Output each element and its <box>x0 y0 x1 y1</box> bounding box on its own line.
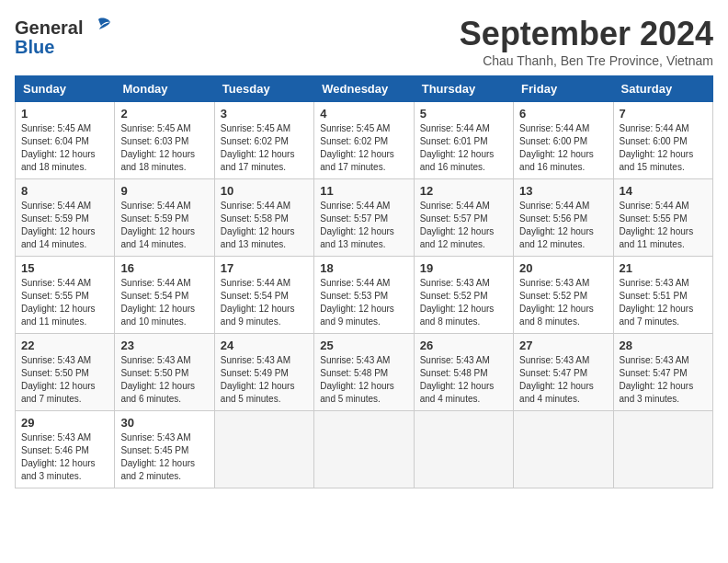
calendar-cell: 27Sunrise: 5:43 AM Sunset: 5:47 PM Dayli… <box>514 334 613 411</box>
day-number: 1 <box>21 107 108 121</box>
day-info: Sunrise: 5:43 AM Sunset: 5:52 PM Dayligh… <box>420 277 507 328</box>
day-number: 26 <box>420 339 507 352</box>
calendar-cell: 29Sunrise: 5:43 AM Sunset: 5:46 PM Dayli… <box>16 411 115 488</box>
calendar-cell <box>314 411 414 488</box>
day-info: Sunrise: 5:44 AM Sunset: 5:53 PM Dayligh… <box>320 277 407 328</box>
day-info: Sunrise: 5:45 AM Sunset: 6:02 PM Dayligh… <box>221 122 308 174</box>
day-info: Sunrise: 5:43 AM Sunset: 5:46 PM Dayligh… <box>21 431 108 483</box>
logo: General Blue <box>15 15 112 58</box>
day-info: Sunrise: 5:44 AM Sunset: 5:55 PM Dayligh… <box>620 200 707 251</box>
day-number: 28 <box>620 339 707 352</box>
day-number: 11 <box>320 184 407 198</box>
calendar-cell: 12Sunrise: 5:44 AM Sunset: 5:57 PM Dayli… <box>414 179 513 257</box>
day-info: Sunrise: 5:43 AM Sunset: 5:48 PM Dayligh… <box>320 354 407 406</box>
day-number: 3 <box>221 107 308 121</box>
calendar-cell: 19Sunrise: 5:43 AM Sunset: 5:52 PM Dayli… <box>414 257 513 334</box>
calendar-cell: 7Sunrise: 5:44 AM Sunset: 6:00 PM Daylig… <box>613 102 712 179</box>
calendar-cell: 13Sunrise: 5:44 AM Sunset: 5:56 PM Dayli… <box>514 179 613 257</box>
day-number: 12 <box>420 184 507 198</box>
page-header: General Blue September 2024 Chau Thanh, … <box>15 15 713 68</box>
day-info: Sunrise: 5:44 AM Sunset: 5:55 PM Dayligh… <box>21 277 108 328</box>
day-number: 27 <box>519 339 607 352</box>
day-number: 24 <box>221 339 308 352</box>
day-number: 6 <box>519 107 607 121</box>
day-info: Sunrise: 5:45 AM Sunset: 6:04 PM Dayligh… <box>21 122 108 174</box>
calendar-cell: 17Sunrise: 5:44 AM Sunset: 5:54 PM Dayli… <box>214 257 313 334</box>
calendar-cell: 3Sunrise: 5:45 AM Sunset: 6:02 PM Daylig… <box>214 102 313 179</box>
calendar-cell: 16Sunrise: 5:44 AM Sunset: 5:54 PM Dayli… <box>115 257 214 334</box>
calendar-cell: 14Sunrise: 5:44 AM Sunset: 5:55 PM Dayli… <box>613 179 712 257</box>
calendar-cell: 23Sunrise: 5:43 AM Sunset: 5:50 PM Dayli… <box>115 334 214 411</box>
calendar-cell <box>414 411 513 488</box>
day-info: Sunrise: 5:43 AM Sunset: 5:45 PM Dayligh… <box>120 431 208 483</box>
day-info: Sunrise: 5:44 AM Sunset: 6:00 PM Dayligh… <box>519 122 607 174</box>
calendar-cell <box>613 411 712 488</box>
day-info: Sunrise: 5:45 AM Sunset: 6:03 PM Dayligh… <box>120 122 208 174</box>
day-info: Sunrise: 5:43 AM Sunset: 5:51 PM Dayligh… <box>620 277 707 328</box>
col-header-tuesday: Tuesday <box>214 76 313 102</box>
calendar-cell: 26Sunrise: 5:43 AM Sunset: 5:48 PM Dayli… <box>414 334 513 411</box>
calendar-week-2: 8Sunrise: 5:44 AM Sunset: 5:59 PM Daylig… <box>16 179 713 257</box>
day-number: 19 <box>420 261 507 275</box>
calendar-table: SundayMondayTuesdayWednesdayThursdayFrid… <box>15 75 713 488</box>
day-number: 7 <box>620 107 707 121</box>
month-title: September 2024 <box>460 15 713 53</box>
day-info: Sunrise: 5:44 AM Sunset: 5:58 PM Dayligh… <box>221 200 308 251</box>
day-number: 18 <box>320 261 407 275</box>
day-number: 13 <box>519 184 607 198</box>
calendar-cell: 28Sunrise: 5:43 AM Sunset: 5:47 PM Dayli… <box>613 334 712 411</box>
calendar-cell: 24Sunrise: 5:43 AM Sunset: 5:49 PM Dayli… <box>214 334 313 411</box>
calendar-cell: 2Sunrise: 5:45 AM Sunset: 6:03 PM Daylig… <box>115 102 214 179</box>
day-number: 9 <box>120 184 208 198</box>
logo-general: General <box>15 17 83 39</box>
calendar-week-5: 29Sunrise: 5:43 AM Sunset: 5:46 PM Dayli… <box>16 411 713 488</box>
day-info: Sunrise: 5:44 AM Sunset: 5:57 PM Dayligh… <box>420 200 507 251</box>
calendar-cell <box>214 411 313 488</box>
day-number: 5 <box>420 107 507 121</box>
calendar-cell: 10Sunrise: 5:44 AM Sunset: 5:58 PM Dayli… <box>214 179 313 257</box>
calendar-cell: 15Sunrise: 5:44 AM Sunset: 5:55 PM Dayli… <box>16 257 115 334</box>
day-number: 25 <box>320 339 407 352</box>
day-info: Sunrise: 5:44 AM Sunset: 5:59 PM Dayligh… <box>120 200 208 251</box>
day-number: 30 <box>120 416 208 430</box>
col-header-saturday: Saturday <box>613 76 712 102</box>
day-info: Sunrise: 5:44 AM Sunset: 5:59 PM Dayligh… <box>21 200 108 251</box>
calendar-cell: 21Sunrise: 5:43 AM Sunset: 5:51 PM Dayli… <box>613 257 712 334</box>
day-number: 10 <box>221 184 308 198</box>
logo-bird-icon <box>85 15 112 40</box>
day-info: Sunrise: 5:44 AM Sunset: 6:01 PM Dayligh… <box>420 122 507 174</box>
location: Chau Thanh, Ben Tre Province, Vietnam <box>460 53 713 68</box>
calendar-cell: 30Sunrise: 5:43 AM Sunset: 5:45 PM Dayli… <box>115 411 214 488</box>
day-number: 22 <box>21 339 108 352</box>
day-info: Sunrise: 5:44 AM Sunset: 5:54 PM Dayligh… <box>120 277 208 328</box>
day-info: Sunrise: 5:43 AM Sunset: 5:48 PM Dayligh… <box>420 354 507 406</box>
day-info: Sunrise: 5:43 AM Sunset: 5:50 PM Dayligh… <box>120 354 208 406</box>
col-header-friday: Friday <box>514 76 613 102</box>
day-info: Sunrise: 5:43 AM Sunset: 5:47 PM Dayligh… <box>519 354 607 406</box>
calendar-cell: 25Sunrise: 5:43 AM Sunset: 5:48 PM Dayli… <box>314 334 414 411</box>
day-number: 8 <box>21 184 108 198</box>
title-section: September 2024 Chau Thanh, Ben Tre Provi… <box>460 15 713 68</box>
calendar-cell: 8Sunrise: 5:44 AM Sunset: 5:59 PM Daylig… <box>16 179 115 257</box>
day-info: Sunrise: 5:44 AM Sunset: 5:54 PM Dayligh… <box>221 277 308 328</box>
calendar-cell: 20Sunrise: 5:43 AM Sunset: 5:52 PM Dayli… <box>514 257 613 334</box>
calendar-week-1: 1Sunrise: 5:45 AM Sunset: 6:04 PM Daylig… <box>16 102 713 179</box>
day-number: 17 <box>221 261 308 275</box>
day-number: 16 <box>120 261 208 275</box>
calendar-cell: 6Sunrise: 5:44 AM Sunset: 6:00 PM Daylig… <box>514 102 613 179</box>
calendar-cell: 4Sunrise: 5:45 AM Sunset: 6:02 PM Daylig… <box>314 102 414 179</box>
col-header-monday: Monday <box>115 76 214 102</box>
calendar-week-4: 22Sunrise: 5:43 AM Sunset: 5:50 PM Dayli… <box>16 334 713 411</box>
col-header-sunday: Sunday <box>16 76 115 102</box>
day-number: 23 <box>120 339 208 352</box>
col-header-thursday: Thursday <box>414 76 513 102</box>
day-info: Sunrise: 5:43 AM Sunset: 5:52 PM Dayligh… <box>519 277 607 328</box>
calendar-cell: 11Sunrise: 5:44 AM Sunset: 5:57 PM Dayli… <box>314 179 414 257</box>
calendar-cell: 1Sunrise: 5:45 AM Sunset: 6:04 PM Daylig… <box>16 102 115 179</box>
calendar-cell: 9Sunrise: 5:44 AM Sunset: 5:59 PM Daylig… <box>115 179 214 257</box>
day-info: Sunrise: 5:44 AM Sunset: 5:57 PM Dayligh… <box>320 200 407 251</box>
calendar-cell: 22Sunrise: 5:43 AM Sunset: 5:50 PM Dayli… <box>16 334 115 411</box>
calendar-cell: 18Sunrise: 5:44 AM Sunset: 5:53 PM Dayli… <box>314 257 414 334</box>
day-info: Sunrise: 5:43 AM Sunset: 5:50 PM Dayligh… <box>21 354 108 406</box>
day-info: Sunrise: 5:44 AM Sunset: 6:00 PM Dayligh… <box>620 122 707 174</box>
